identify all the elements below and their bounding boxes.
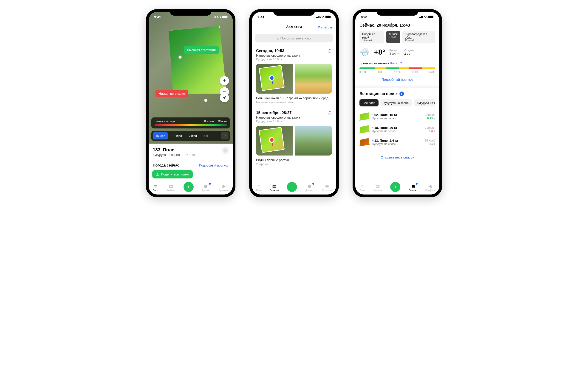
crop-chip[interactable]: Кукуруза на зерно	[380, 99, 412, 106]
profile-icon: ◉	[324, 183, 330, 189]
battery-icon	[325, 16, 330, 18]
note-description: Большой качан 185.7 грамм — зерно 164.7 …	[256, 96, 332, 100]
field-name: 13. Поле, 2.4 га	[372, 139, 422, 142]
phone-1: 9:41 Высокая вегетация Низкая вегетация …	[146, 9, 235, 197]
share-note-button[interactable]	[328, 49, 332, 54]
foryou-content[interactable]: Сейчас, 20 ноября, 15:43 Рядом со мной 1…	[355, 22, 439, 180]
share-icon	[156, 173, 159, 176]
note-item[interactable]: Сегодня, 10:53 Напротив овощного магазин…	[252, 45, 336, 107]
fields-icon: ≡	[359, 183, 365, 189]
zoom-in-button[interactable]: +	[220, 76, 229, 85]
location-chip[interactable]: Кировоградская обла 15 полей	[402, 31, 435, 43]
tab-foryou[interactable]: ▣Для вас	[202, 183, 210, 192]
crop-chip[interactable]: Все поля	[359, 99, 379, 106]
field-crop: Кукуруза не зерно	[153, 153, 180, 157]
field-thumb	[359, 112, 370, 121]
spray-timeline	[359, 67, 435, 69]
notes-list[interactable]: Сегодня, 10:53 Напротив овощного магазин…	[252, 45, 336, 180]
note-images[interactable]	[256, 64, 332, 94]
arrow-icon	[222, 96, 226, 100]
spray-time-section: Время опрыскивания Что это? 00:00 06:00 …	[359, 61, 435, 73]
field-list-item[interactable]: 62. Поле, 15 га Кукуруза на зерно Сегодн…	[359, 110, 435, 123]
fields-icon: ≡	[153, 183, 158, 189]
share-note-button[interactable]	[328, 110, 332, 116]
search-input[interactable]: ⌕ Поиск по заметкам	[255, 34, 333, 42]
map-marker	[204, 99, 208, 102]
location-chip[interactable]: Рядом со мной 14 полей	[359, 31, 384, 43]
location-chip[interactable]: Минск 2 поля	[386, 31, 400, 43]
location-chips: Рядом со мной 14 полей Минск 2 поля Киро…	[359, 31, 435, 43]
field-crop: Кукуруза на зерно	[372, 117, 422, 120]
notes-header: Заметки Фильтры	[252, 22, 336, 32]
date-pill[interactable]: 10 июл	[169, 132, 184, 140]
tab-notes[interactable]: ▤Заметки	[373, 183, 382, 192]
divider	[149, 160, 233, 160]
field-list: 62. Поле, 15 га Кукуруза на зерно Сегодн…	[359, 110, 435, 149]
tab-profile[interactable]: ◉Профиль	[425, 183, 435, 192]
tab-notes[interactable]: ▤Заметки	[166, 183, 175, 192]
field-list-item[interactable]: 18. Поле, 20 га Кукуруза на зерно Сегодн…	[359, 123, 435, 136]
precip-value: 2 мм	[404, 52, 414, 55]
notch	[170, 9, 211, 16]
note-place: Напротив овощного магазина	[256, 116, 300, 119]
note-place: Напротив овощного магазина	[256, 54, 300, 57]
fab-add[interactable]: +	[390, 182, 400, 192]
tab-fields[interactable]: ≡Поля	[153, 183, 158, 192]
battery-icon	[428, 16, 434, 18]
tab-profile[interactable]: ◉Профиль	[219, 183, 229, 192]
foryou-icon: ▣	[204, 183, 209, 189]
vegetation-title: Вегетация на полях	[359, 92, 398, 96]
vegetation-legend: Низкая вегетация Высокая Облака	[151, 117, 230, 128]
foryou-icon: ▣	[307, 183, 312, 189]
screen-map: 9:41 Высокая вегетация Низкая вегетация …	[149, 12, 233, 194]
field-crop: Кукуруза на зерно	[372, 130, 422, 133]
weather-title: Погода сейчас	[153, 163, 179, 167]
note-item[interactable]: 15 сентября, 08:27 Напротив овощного маг…	[252, 107, 336, 169]
weather-detail-link[interactable]: Подробный прогноз	[199, 164, 229, 167]
status-icons	[213, 16, 227, 18]
field-value: 0.75 ↑	[425, 117, 435, 120]
notch	[273, 9, 315, 16]
filters-link[interactable]: Фильтры	[318, 25, 332, 29]
locate-button[interactable]	[220, 93, 229, 102]
open-full-list-link[interactable]: Открыть весь список	[359, 151, 435, 163]
forecast-detail-link[interactable]: Подробный прогноз	[359, 73, 435, 85]
tab-notes[interactable]: ▤Заметки	[270, 183, 279, 192]
note-disease: Болезнь: кукурузная совка	[256, 100, 332, 104]
note-images[interactable]	[256, 126, 332, 156]
notes-icon: ▤	[375, 183, 380, 189]
date-pill[interactable]: 7 июл	[186, 132, 199, 140]
legend-low-label: Низкая вегетация	[155, 120, 175, 123]
close-button[interactable]: ✕	[222, 147, 229, 154]
phone-2: 9:41 Заметки Фильтры ⌕ Поиск по заметкам…	[249, 9, 339, 197]
precip-label: Осадки	[404, 49, 414, 52]
notes-icon: ▤	[168, 183, 174, 189]
callout-high-vegetation[interactable]: Высокая вегетация	[184, 46, 219, 54]
date-pill[interactable]: 15 июл	[153, 132, 168, 140]
spray-what-link[interactable]: Что это?	[390, 61, 402, 65]
tab-profile[interactable]: ◉Профиль	[322, 183, 332, 192]
map[interactable]: Высокая вегетация Низкая вегетация + − Н…	[149, 12, 233, 144]
fab-add[interactable]: +	[287, 182, 297, 192]
field-list-item[interactable]: 13. Поле, 2.4 га Кукуруза на силос 15 Но…	[359, 136, 435, 149]
tab-foryou[interactable]: ▣Для вас	[409, 183, 417, 192]
share-field-button[interactable]: Поделиться полем	[152, 170, 193, 178]
callout-low-vegetation[interactable]: Низкая вегетация	[156, 90, 188, 97]
wind-label: Ветер	[389, 49, 399, 52]
date-pill[interactable]: 4 и	[201, 132, 211, 140]
tab-fields[interactable]: ≡Поля	[256, 183, 262, 192]
note-meta: Кукуруза — 15.9 га	[256, 119, 300, 123]
tab-fields[interactable]: ≡Поля	[359, 183, 365, 192]
fab-add[interactable]: +	[183, 182, 194, 192]
date-prev-button[interactable]: ←	[212, 132, 220, 140]
fields-icon: ≡	[256, 183, 262, 189]
screen-foryou: 9:41 Сейчас, 20 ноября, 15:43 Рядом со м…	[355, 12, 439, 194]
profile-icon: ◉	[221, 183, 226, 189]
crop-chip[interactable]: Кукуруза на сило	[414, 99, 435, 106]
status-time: 9:41	[258, 15, 264, 19]
date-next-button[interactable]: →	[221, 132, 229, 140]
date-selector: 15 июл 10 июл 7 июл 4 и ← →	[151, 131, 230, 141]
tab-foryou[interactable]: ▣Для вас	[305, 183, 314, 192]
note-description: Видны первые ростки	[256, 158, 332, 162]
field-date: 15 Нояб	[425, 139, 435, 142]
